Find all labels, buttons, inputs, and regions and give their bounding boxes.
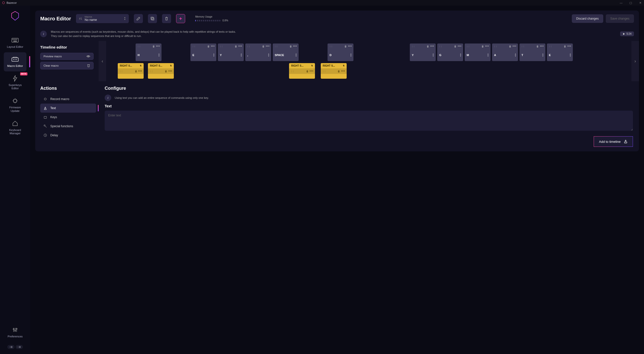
chevron-updown-icon[interactable]: ▴▾	[515, 53, 516, 57]
trash-icon[interactable]: 🗑	[152, 45, 155, 48]
drag-handle-icon[interactable]: ⋮⋮	[291, 70, 294, 72]
more-icon[interactable]: •••	[348, 45, 352, 48]
chevron-updown-icon[interactable]: ▴▾	[296, 53, 297, 57]
trash-icon[interactable]: 🗑	[235, 45, 237, 48]
action-text[interactable]: Text	[40, 104, 96, 113]
nav-firmware-update[interactable]: Firmware Update	[4, 94, 26, 116]
chevron-updown-icon[interactable]: ▴▾	[488, 53, 489, 57]
chevron-updown-icon[interactable]: ▴▾	[241, 53, 242, 57]
add-to-timeline-button[interactable]: Add to timeline	[594, 136, 633, 147]
trash-icon[interactable]: 🗑	[344, 45, 347, 48]
timeline-key-card[interactable]: ⋮⋮ 🗑 ••• Y ▴▾	[410, 43, 436, 61]
clear-macro-button[interactable]: Clear macro	[40, 62, 94, 69]
copy-button[interactable]	[148, 14, 157, 23]
more-icon[interactable]: •••	[293, 45, 297, 48]
timeline-key-card[interactable]: ⋮⋮ 🗑 ••• E ▴▾	[547, 43, 573, 61]
timeline-key-card[interactable]: ⋮⋮ 🗑 ••• M ▴▾	[465, 43, 491, 61]
more-icon[interactable]: •••	[567, 45, 571, 48]
more-icon[interactable]: •••	[485, 45, 489, 48]
more-icon[interactable]: •••	[266, 45, 270, 48]
chevron-updown-icon[interactable]: ⇅	[140, 65, 142, 67]
action-delay[interactable]: Delay	[40, 131, 96, 140]
drag-handle-icon[interactable]: ⋮⋮	[329, 45, 333, 48]
trash-icon[interactable]: 🗑	[481, 45, 484, 48]
preview-macro-button[interactable]: Preview macro	[40, 53, 94, 60]
timeline-key-card[interactable]: ⋮⋮ 🗑 ••• D ▴▾	[328, 43, 353, 61]
drag-handle-icon[interactable]: ⋮⋮	[521, 45, 525, 48]
trash-icon[interactable]: 🗑	[290, 45, 292, 48]
more-icon[interactable]: •••	[512, 45, 516, 48]
timeline-key-card[interactable]: ⋮⋮ 🗑 ••• A ▴▾	[492, 43, 518, 61]
drag-handle-icon[interactable]: ⋮⋮	[192, 45, 195, 48]
trash-icon[interactable]: 🗑	[536, 45, 539, 48]
trash-icon[interactable]: 🗑	[306, 70, 309, 73]
timeline-modifier-card[interactable]: RIGHT S... ⇅ ⋮⋮ 🗑 •••	[148, 63, 174, 79]
toggle-right[interactable]: ◦⊟	[16, 345, 23, 349]
more-icon[interactable]: •••	[211, 45, 215, 48]
toggle-left[interactable]: ◦⊟	[7, 345, 15, 349]
timeline-scroll-left[interactable]: ‹	[99, 41, 106, 81]
nav-keyboard-manager[interactable]: Keyboard Manager	[4, 116, 26, 139]
timeline-scroll-right[interactable]: ›	[631, 41, 639, 81]
chevron-updown-icon[interactable]: ▴▾	[542, 53, 543, 57]
window-minimize[interactable]: —	[619, 1, 623, 5]
edit-button[interactable]	[134, 14, 143, 23]
timeline-modifier-card[interactable]: RIGHT S... ⇅ ⋮⋮ 🗑 •••	[118, 63, 144, 79]
timeline-modifier-card[interactable]: RIGHT S... ⇅ ⋮⋮ 🗑 •••	[289, 63, 315, 79]
chevron-updown-icon[interactable]: ▴▾	[433, 53, 434, 57]
window-maximize[interactable]: ▢	[629, 1, 632, 5]
text-input[interactable]	[105, 111, 633, 131]
timeline-key-card[interactable]: ⋮⋮ 🗑 ••• H ▴▾	[136, 43, 162, 61]
chevron-updown-icon[interactable]: ▴▾	[213, 53, 214, 57]
play-duration[interactable]: 5:24	[620, 31, 634, 36]
drag-handle-icon[interactable]: ⋮⋮	[119, 70, 123, 72]
more-icon[interactable]: •••	[156, 45, 160, 48]
more-icon[interactable]: •••	[458, 45, 462, 48]
drag-handle-icon[interactable]: ⋮⋮	[274, 45, 278, 48]
drag-handle-icon[interactable]: ⋮⋮	[247, 45, 250, 48]
drag-handle-icon[interactable]: ⋮⋮	[466, 45, 470, 48]
chevron-updown-icon[interactable]: ⇅	[311, 65, 313, 67]
chevron-updown-icon[interactable]: ⇅	[343, 65, 345, 67]
nav-preferences[interactable]: Preferences	[4, 323, 26, 342]
delete-button[interactable]	[162, 14, 171, 23]
timeline-key-card[interactable]: ⋮⋮ 🗑 ••• T ▴▾	[519, 43, 545, 61]
chevron-updown-icon[interactable]: ▴▾	[268, 53, 269, 57]
trash-icon[interactable]: 🗑	[427, 45, 429, 48]
chevron-updown-icon[interactable]: ▴▾	[350, 53, 351, 57]
add-button[interactable]	[176, 14, 185, 23]
save-button[interactable]: Save changes	[606, 14, 634, 23]
drag-handle-icon[interactable]: ⋮⋮	[439, 45, 442, 48]
more-icon[interactable]: •••	[430, 45, 434, 48]
trash-icon[interactable]: 🗑	[135, 70, 137, 73]
more-icon[interactable]: •••	[341, 69, 345, 73]
trash-icon[interactable]: 🗑	[338, 70, 340, 73]
chevron-updown-icon[interactable]: ▴▾	[460, 53, 461, 57]
more-icon[interactable]: •••	[238, 45, 242, 48]
more-icon[interactable]: •••	[310, 69, 314, 73]
drag-handle-icon[interactable]: ⋮⋮	[149, 70, 153, 72]
timeline-key-card[interactable]: ⋮⋮ 🗑 ••• E ▴▾	[190, 43, 216, 61]
action-record-macro[interactable]: Record macro	[40, 95, 96, 104]
trash-icon[interactable]: 🗑	[207, 45, 210, 48]
drag-handle-icon[interactable]: ⋮⋮	[219, 45, 223, 48]
drag-handle-icon[interactable]: ⋮⋮	[548, 45, 552, 48]
drag-handle-icon[interactable]: ⋮⋮	[137, 45, 141, 48]
discard-button[interactable]: Discard changes	[572, 14, 603, 23]
chevron-updown-icon[interactable]: ▴▾	[158, 53, 159, 57]
trash-icon[interactable]: 🗑	[262, 45, 265, 48]
trash-icon[interactable]: 🗑	[165, 70, 167, 73]
chevron-updown-icon[interactable]: ⇅	[170, 65, 172, 67]
more-icon[interactable]: •••	[540, 45, 544, 48]
drag-handle-icon[interactable]: ⋮⋮	[411, 45, 415, 48]
timeline-modifier-card[interactable]: RIGHT S... ⇅ ⋮⋮ 🗑 •••	[321, 63, 347, 79]
chevron-updown-icon[interactable]: ▴▾	[570, 53, 571, 57]
more-icon[interactable]: •••	[168, 69, 172, 73]
nav-layout-editor[interactable]: Layout Editor	[4, 33, 26, 52]
macro-selector[interactable]: #1 Macros No name ▲▼	[76, 14, 129, 23]
timeline-key-card[interactable]: ⋮⋮ 🗑 ••• G ▴▾	[437, 43, 463, 61]
window-close[interactable]: ✕	[638, 1, 642, 5]
action-special-functions[interactable]: Special functions	[40, 122, 96, 131]
timeline-key-card[interactable]: ⋮⋮ 🗑 ••• Y ▴▾	[218, 43, 244, 61]
drag-handle-icon[interactable]: ⋮⋮	[494, 45, 497, 48]
